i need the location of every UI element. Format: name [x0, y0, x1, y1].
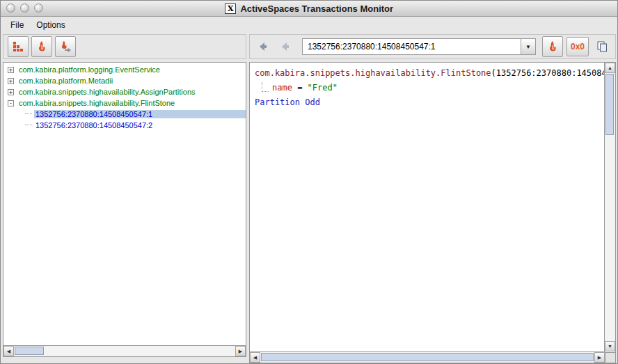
- scrollbar-thumb[interactable]: [261, 353, 594, 361]
- tree-connector: [25, 113, 32, 115]
- instance-detail-panel: com.kabira.snippets.highavailability.Fli…: [249, 62, 616, 363]
- tree-node-label: com.kabira.snippets.highavailability.Ass…: [17, 88, 197, 96]
- type-tree-panel: + com.kabira.platform.logging.EventServi…: [3, 62, 246, 357]
- back-arrow-icon: [257, 40, 271, 53]
- type-tree: + com.kabira.platform.logging.EventServi…: [3, 64, 246, 345]
- menu-file[interactable]: File: [4, 18, 30, 32]
- type-blocks-icon: [12, 40, 24, 53]
- window-title: ActiveSpaces Transactions Monitor: [240, 3, 393, 14]
- scroll-right-button[interactable]: ▶: [235, 346, 246, 356]
- menu-options[interactable]: Options: [30, 18, 71, 32]
- right-toolbar: 1352756:2370880:14508450547:1 ▼ 0x0: [249, 34, 616, 59]
- x11-app-icon: X: [225, 3, 237, 14]
- minimize-button[interactable]: [20, 3, 29, 13]
- expand-icon[interactable]: +: [8, 78, 14, 84]
- scroll-left-button[interactable]: ◀: [3, 346, 14, 356]
- scroll-right-button[interactable]: ▶: [594, 352, 605, 363]
- field-equals: =: [292, 83, 308, 93]
- expand-icon[interactable]: +: [8, 89, 14, 95]
- collapse-icon[interactable]: -: [8, 100, 14, 106]
- partition-line[interactable]: Partition Odd: [255, 95, 599, 110]
- forward-button[interactable]: [277, 38, 295, 56]
- right-vertical-scrollbar[interactable]: ▲ ▼: [604, 63, 615, 351]
- scroll-down-button[interactable]: ▼: [605, 341, 615, 351]
- tree-node-label: com.kabira.snippets.highavailability.Fli…: [17, 99, 176, 107]
- instance-header-line[interactable]: com.kabira.snippets.highavailability.Fli…: [255, 66, 599, 81]
- tree-node-metadii[interactable]: + com.kabira.platform.Metadii: [3, 75, 246, 86]
- instance-address-combobox[interactable]: 1352756:2370880:14508450547:1 ▼: [302, 38, 536, 55]
- tree-instance-1[interactable]: 1352756:2370880:14508450547:1: [3, 109, 246, 120]
- flame-icon: [546, 40, 559, 53]
- partition-label: Partition Odd: [255, 97, 320, 107]
- field-line[interactable]: name = "Fred": [255, 81, 599, 95]
- copy-button[interactable]: [593, 38, 611, 56]
- zoom-button[interactable]: [34, 3, 43, 13]
- scrollbar-track[interactable]: [260, 352, 594, 363]
- refresh-types-button[interactable]: [31, 36, 52, 57]
- scrollbar-corner: [605, 352, 615, 363]
- tree-node-assignpartitions[interactable]: + com.kabira.snippets.highavailability.A…: [3, 86, 246, 97]
- app-window: X ActiveSpaces Transactions Monitor File…: [0, 0, 618, 364]
- menu-bar: File Options: [1, 17, 617, 33]
- combobox-dropdown-button[interactable]: ▼: [521, 39, 535, 54]
- tree-connector: [25, 125, 32, 126]
- instance-detail: com.kabira.snippets.highavailability.Fli…: [250, 63, 604, 351]
- field-value: "Fred": [308, 83, 338, 93]
- tree-node-label: com.kabira.platform.logging.EventService: [17, 65, 161, 74]
- left-horizontal-scrollbar[interactable]: ◀ ▶: [3, 345, 246, 356]
- type-view-button[interactable]: [8, 36, 29, 57]
- scroll-left-button[interactable]: ◀: [250, 352, 260, 363]
- tree-node-flintstone[interactable]: - com.kabira.snippets.highavailability.F…: [3, 97, 246, 109]
- forward-arrow-icon: [279, 40, 293, 53]
- scrollbar-thumb[interactable]: [605, 74, 614, 135]
- scrollbar-track[interactable]: [14, 346, 235, 356]
- scroll-up-button[interactable]: ▲: [605, 63, 615, 73]
- scrollbar-track[interactable]: [605, 73, 615, 341]
- tree-node-label: com.kabira.platform.Metadii: [17, 77, 114, 85]
- copy-pages-icon: [596, 40, 608, 53]
- instance-address-value[interactable]: 1352756:2370880:14508450547:1: [303, 39, 521, 54]
- flame-icon: [35, 40, 48, 53]
- instance-id-label: 1352756:2370880:14508450547:2: [34, 121, 154, 129]
- close-button[interactable]: [6, 3, 15, 13]
- scrollbar-thumb[interactable]: [15, 347, 44, 355]
- tree-node-eventservice[interactable]: + com.kabira.platform.logging.EventServi…: [3, 64, 246, 75]
- refresh-instance-button[interactable]: [542, 36, 563, 57]
- instance-id-label: 1352756:2370880:14508450547:1: [34, 110, 246, 118]
- field-connector: [262, 82, 269, 92]
- traffic-lights: [6, 3, 43, 13]
- field-name: name: [272, 83, 292, 93]
- title-bar[interactable]: X ActiveSpaces Transactions Monitor: [1, 1, 617, 17]
- right-horizontal-scrollbar[interactable]: ◀ ▶: [250, 351, 605, 363]
- flame-go-icon: [59, 40, 72, 53]
- expand-icon[interactable]: +: [8, 67, 14, 73]
- back-button[interactable]: [255, 38, 273, 56]
- go-to-instance-button[interactable]: [55, 36, 76, 57]
- instance-ref: (1352756:2370880:14508450547:1): [491, 68, 604, 78]
- counter-button[interactable]: 0x0: [566, 37, 589, 56]
- instance-class-name: com.kabira.snippets.highavailability.Fli…: [255, 68, 491, 78]
- left-toolbar: [3, 34, 246, 59]
- tree-instance-2[interactable]: 1352756:2370880:14508450547:2: [3, 120, 246, 131]
